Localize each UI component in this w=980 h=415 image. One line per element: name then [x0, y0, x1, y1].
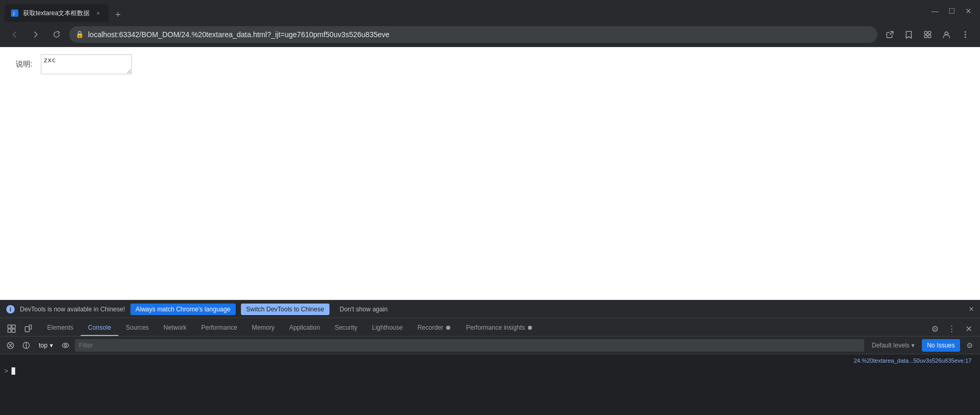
window-controls: — ☐ ✕ [928, 4, 976, 18]
profile-button[interactable] [938, 26, 955, 43]
tab-sources[interactable]: Sources [118, 320, 156, 336]
devtools-tab-actions: ⚙ ⋮ ✕ [928, 321, 976, 336]
filter-input[interactable] [75, 339, 865, 352]
tab-elements[interactable]: Elements [40, 320, 81, 336]
default-levels-dropdown[interactable]: Default levels ▾ [867, 339, 918, 352]
console-output: 24.%20textarea_data...50uv3s526u835eve:1… [0, 354, 980, 415]
switch-to-chinese-button[interactable]: Switch DevTools to Chinese [241, 304, 329, 315]
tab-title: 获取textarea文本框数据 [23, 9, 90, 18]
back-button[interactable] [6, 26, 23, 43]
device-toggle-button[interactable] [21, 321, 36, 336]
svg-rect-12 [8, 329, 11, 332]
context-dropdown-icon: ▾ [50, 342, 53, 349]
context-selector[interactable]: top ▾ [36, 339, 56, 352]
nav-bar: 🔒 localhost:63342/BOM_DOM/24.%20textarea… [0, 22, 980, 47]
tab-performance[interactable]: Performance [194, 320, 245, 336]
description-label: 说明: [16, 60, 32, 69]
inspect-element-button[interactable] [4, 321, 19, 336]
banner-close-button[interactable]: × [969, 305, 974, 314]
devtools-close-button[interactable]: ✕ [961, 321, 976, 336]
file-reference[interactable]: 24.%20textarea_data...50uv3s526u835eve:1… [4, 356, 976, 365]
devtools-settings-button[interactable]: ⚙ [928, 321, 942, 336]
bookmark-button[interactable] [900, 26, 917, 43]
console-prompt: > [4, 367, 8, 375]
svg-point-20 [64, 344, 67, 346]
svg-rect-14 [25, 327, 29, 332]
close-button[interactable]: ✕ [961, 4, 976, 18]
tab-lighthouse[interactable]: Lighthouse [365, 320, 410, 336]
new-tab-button[interactable]: + [111, 7, 125, 22]
eye-button[interactable] [59, 339, 72, 352]
svg-rect-13 [12, 329, 15, 332]
devtools-tabs: Elements Console Sources Network Perform… [0, 318, 980, 337]
console-cursor [12, 367, 15, 375]
extension-button[interactable] [919, 26, 936, 43]
tab-application[interactable]: Application [282, 320, 327, 336]
maximize-button[interactable]: ☐ [944, 4, 959, 18]
tab-close-button[interactable]: × [94, 9, 102, 17]
svg-text:J: J [13, 11, 15, 16]
page-label: 说明: [16, 60, 32, 69]
menu-button[interactable] [957, 26, 974, 43]
svg-rect-5 [928, 35, 931, 38]
nav-actions [882, 26, 974, 43]
page-content: 说明: zxc [0, 47, 980, 300]
context-label: top [39, 342, 48, 349]
forward-button[interactable] [27, 26, 44, 43]
dont-show-again-button[interactable]: Don't show again [335, 304, 393, 315]
svg-rect-10 [8, 325, 11, 328]
share-button[interactable] [882, 26, 898, 43]
tab-console[interactable]: Console [81, 320, 118, 336]
devtools-panel: i DevTools is now available in Chinese! … [0, 300, 980, 415]
tab-network[interactable]: Network [156, 320, 194, 336]
svg-point-7 [965, 31, 966, 32]
address-bar[interactable]: 🔒 localhost:63342/BOM_DOM/24.%20textarea… [69, 26, 877, 43]
console-toolbar: top ▾ Default levels ▾ No Issues ⚙ [0, 337, 980, 354]
url-text: localhost:63342/BOM_DOM/24.%20textarea_d… [88, 30, 871, 39]
banner-message: DevTools is now available in Chinese! [20, 306, 125, 313]
title-bar: J 获取textarea文本框数据 × + — ☐ ✕ [0, 0, 980, 22]
active-tab[interactable]: J 获取textarea文本框数据 × [4, 4, 108, 22]
svg-point-8 [965, 33, 966, 35]
devtools-more-button[interactable]: ⋮ [944, 321, 959, 336]
language-banner: i DevTools is now available in Chinese! … [0, 300, 980, 318]
reload-button[interactable] [48, 26, 65, 43]
always-match-language-button[interactable]: Always match Chrome's language [130, 304, 236, 315]
info-icon: i [6, 305, 15, 313]
console-filter-button[interactable] [20, 339, 32, 352]
svg-rect-2 [924, 31, 927, 34]
browser-window: J 获取textarea文本框数据 × + — ☐ ✕ 🔒 localhost:… [0, 0, 980, 415]
tab-performance-insights[interactable]: Performance insights ⏺ [459, 320, 541, 336]
devtools-icon-buttons [4, 321, 36, 336]
svg-rect-3 [928, 31, 931, 34]
tab-memory[interactable]: Memory [245, 320, 282, 336]
console-input-line: > [4, 365, 976, 377]
svg-point-19 [62, 343, 69, 347]
console-settings-button[interactable]: ⚙ [963, 339, 976, 352]
svg-point-9 [965, 36, 966, 38]
tab-security[interactable]: Security [327, 320, 365, 336]
tab-recorder[interactable]: Recorder ⏺ [410, 320, 459, 336]
minimize-button[interactable]: — [928, 4, 942, 18]
lock-icon: 🔒 [75, 30, 84, 38]
tab-favicon: J [10, 9, 19, 17]
svg-rect-15 [29, 325, 31, 329]
svg-rect-4 [924, 35, 927, 38]
description-textarea[interactable]: zxc [41, 54, 132, 74]
no-issues-button[interactable]: No Issues [922, 339, 960, 352]
console-clear-button[interactable] [4, 339, 17, 352]
svg-rect-11 [12, 325, 15, 328]
tab-strip: J 获取textarea文本框数据 × + [4, 0, 928, 22]
